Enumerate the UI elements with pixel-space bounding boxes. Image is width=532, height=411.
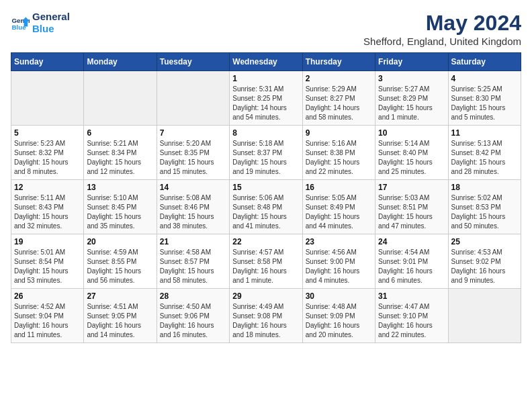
day-detail: Sunrise: 5:13 AM Sunset: 8:42 PM Dayligh… [451, 139, 518, 177]
day-number: 14 [160, 183, 226, 192]
week-row-1: 5Sunrise: 5:23 AM Sunset: 8:32 PM Daylig… [11, 126, 521, 180]
day-number: 18 [451, 183, 518, 192]
day-detail: Sunrise: 4:52 AM Sunset: 9:04 PM Dayligh… [14, 302, 81, 340]
cell-w4-d6 [448, 289, 521, 343]
day-header-saturday: Saturday [448, 53, 521, 71]
day-number: 4 [451, 74, 518, 83]
cell-w3-d3: 22Sunrise: 4:57 AM Sunset: 8:58 PM Dayli… [230, 234, 302, 289]
day-detail: Sunrise: 5:11 AM Sunset: 8:43 PM Dayligh… [14, 193, 81, 231]
cell-w2-d0: 12Sunrise: 5:11 AM Sunset: 8:43 PM Dayli… [11, 180, 84, 234]
cell-w4-d3: 29Sunrise: 4:49 AM Sunset: 9:08 PM Dayli… [230, 289, 302, 343]
cell-w0-d2 [157, 71, 229, 126]
day-detail: Sunrise: 4:53 AM Sunset: 9:02 PM Dayligh… [451, 248, 518, 285]
day-detail: Sunrise: 5:10 AM Sunset: 8:45 PM Dayligh… [87, 193, 153, 231]
day-detail: Sunrise: 5:31 AM Sunset: 8:25 PM Dayligh… [232, 85, 299, 122]
day-number: 20 [87, 237, 153, 246]
cell-w1-d3: 8Sunrise: 5:18 AM Sunset: 8:37 PM Daylig… [230, 126, 302, 180]
logo-icon: General Blue [11, 13, 30, 32]
day-number: 16 [306, 183, 372, 192]
cell-w4-d4: 30Sunrise: 4:48 AM Sunset: 9:09 PM Dayli… [302, 289, 375, 343]
day-number: 1 [232, 74, 299, 83]
day-detail: Sunrise: 4:56 AM Sunset: 9:00 PM Dayligh… [306, 248, 372, 285]
cell-w4-d0: 26Sunrise: 4:52 AM Sunset: 9:04 PM Dayli… [11, 289, 84, 343]
day-number: 15 [232, 183, 299, 192]
main-title: May 2024 [363, 11, 521, 36]
day-detail: Sunrise: 5:20 AM Sunset: 8:35 PM Dayligh… [160, 139, 226, 177]
day-number: 25 [451, 237, 518, 246]
week-row-0: 1Sunrise: 5:31 AM Sunset: 8:25 PM Daylig… [11, 71, 521, 126]
header: General Blue General Blue May 2024 Sheff… [11, 11, 521, 47]
day-number: 23 [306, 237, 372, 246]
cell-w3-d0: 19Sunrise: 5:01 AM Sunset: 8:54 PM Dayli… [11, 234, 84, 289]
day-detail: Sunrise: 5:16 AM Sunset: 8:38 PM Dayligh… [306, 139, 372, 177]
logo-line2: Blue [32, 23, 70, 35]
day-detail: Sunrise: 5:23 AM Sunset: 8:32 PM Dayligh… [14, 139, 81, 177]
cell-w4-d5: 31Sunrise: 4:47 AM Sunset: 9:10 PM Dayli… [375, 289, 448, 343]
day-number: 8 [232, 128, 299, 138]
day-number: 7 [160, 128, 226, 138]
cell-w0-d3: 1Sunrise: 5:31 AM Sunset: 8:25 PM Daylig… [230, 71, 302, 126]
day-detail: Sunrise: 5:08 AM Sunset: 8:46 PM Dayligh… [160, 193, 226, 231]
day-detail: Sunrise: 5:05 AM Sunset: 8:49 PM Dayligh… [306, 193, 372, 231]
week-row-3: 19Sunrise: 5:01 AM Sunset: 8:54 PM Dayli… [11, 234, 521, 289]
day-detail: Sunrise: 4:59 AM Sunset: 8:55 PM Dayligh… [87, 248, 153, 285]
cell-w1-d0: 5Sunrise: 5:23 AM Sunset: 8:32 PM Daylig… [11, 126, 84, 180]
day-number: 29 [232, 291, 299, 301]
cell-w1-d5: 10Sunrise: 5:14 AM Sunset: 8:40 PM Dayli… [375, 126, 448, 180]
day-header-wednesday: Wednesday [230, 53, 302, 71]
cell-w2-d5: 17Sunrise: 5:03 AM Sunset: 8:51 PM Dayli… [375, 180, 448, 234]
day-detail: Sunrise: 4:50 AM Sunset: 9:06 PM Dayligh… [160, 302, 226, 340]
day-number: 13 [87, 183, 153, 192]
day-detail: Sunrise: 5:14 AM Sunset: 8:40 PM Dayligh… [378, 139, 445, 177]
day-number: 17 [378, 183, 445, 192]
cell-w2-d6: 18Sunrise: 5:02 AM Sunset: 8:53 PM Dayli… [448, 180, 521, 234]
day-number: 2 [306, 74, 372, 83]
cell-w1-d4: 9Sunrise: 5:16 AM Sunset: 8:38 PM Daylig… [302, 126, 375, 180]
day-number: 24 [378, 237, 445, 246]
week-row-2: 12Sunrise: 5:11 AM Sunset: 8:43 PM Dayli… [11, 180, 521, 234]
day-detail: Sunrise: 4:58 AM Sunset: 8:57 PM Dayligh… [160, 248, 226, 285]
day-detail: Sunrise: 5:06 AM Sunset: 8:48 PM Dayligh… [232, 193, 299, 231]
day-detail: Sunrise: 4:51 AM Sunset: 9:05 PM Dayligh… [87, 302, 153, 340]
cell-w0-d5: 3Sunrise: 5:27 AM Sunset: 8:29 PM Daylig… [375, 71, 448, 126]
cell-w1-d1: 6Sunrise: 5:21 AM Sunset: 8:34 PM Daylig… [84, 126, 157, 180]
week-row-4: 26Sunrise: 4:52 AM Sunset: 9:04 PM Dayli… [11, 289, 521, 343]
day-header-monday: Monday [84, 53, 157, 71]
day-header-friday: Friday [375, 53, 448, 71]
day-header-thursday: Thursday [302, 53, 375, 71]
day-number: 9 [306, 128, 372, 138]
day-number: 26 [14, 291, 81, 301]
cell-w3-d1: 20Sunrise: 4:59 AM Sunset: 8:55 PM Dayli… [84, 234, 157, 289]
cell-w4-d2: 28Sunrise: 4:50 AM Sunset: 9:06 PM Dayli… [157, 289, 229, 343]
day-detail: Sunrise: 5:29 AM Sunset: 8:27 PM Dayligh… [306, 85, 372, 122]
day-number: 10 [378, 128, 445, 138]
day-number: 6 [87, 128, 153, 138]
cell-w2-d1: 13Sunrise: 5:10 AM Sunset: 8:45 PM Dayli… [84, 180, 157, 234]
cell-w0-d4: 2Sunrise: 5:29 AM Sunset: 8:27 PM Daylig… [302, 71, 375, 126]
day-detail: Sunrise: 5:01 AM Sunset: 8:54 PM Dayligh… [14, 248, 81, 285]
day-number: 19 [14, 237, 81, 246]
logo-line1: General [32, 11, 70, 23]
day-header-tuesday: Tuesday [157, 53, 229, 71]
cell-w2-d2: 14Sunrise: 5:08 AM Sunset: 8:46 PM Dayli… [157, 180, 229, 234]
cell-w0-d6: 4Sunrise: 5:25 AM Sunset: 8:30 PM Daylig… [448, 71, 521, 126]
cell-w0-d1 [84, 71, 157, 126]
day-number: 28 [160, 291, 226, 301]
day-detail: Sunrise: 5:02 AM Sunset: 8:53 PM Dayligh… [451, 193, 518, 231]
cell-w1-d2: 7Sunrise: 5:20 AM Sunset: 8:35 PM Daylig… [157, 126, 229, 180]
day-detail: Sunrise: 5:18 AM Sunset: 8:37 PM Dayligh… [232, 139, 299, 177]
day-number: 27 [87, 291, 153, 301]
title-area: May 2024 Shefford, England, United Kingd… [363, 11, 521, 47]
day-number: 30 [306, 291, 372, 301]
day-number: 31 [378, 291, 445, 301]
cell-w3-d4: 23Sunrise: 4:56 AM Sunset: 9:00 PM Dayli… [302, 234, 375, 289]
day-detail: Sunrise: 5:21 AM Sunset: 8:34 PM Dayligh… [87, 139, 153, 177]
cell-w2-d3: 15Sunrise: 5:06 AM Sunset: 8:48 PM Dayli… [230, 180, 302, 234]
cell-w1-d6: 11Sunrise: 5:13 AM Sunset: 8:42 PM Dayli… [448, 126, 521, 180]
day-detail: Sunrise: 4:49 AM Sunset: 9:08 PM Dayligh… [232, 302, 299, 340]
cell-w2-d4: 16Sunrise: 5:05 AM Sunset: 8:49 PM Dayli… [302, 180, 375, 234]
day-detail: Sunrise: 4:57 AM Sunset: 8:58 PM Dayligh… [232, 248, 299, 285]
cell-w4-d1: 27Sunrise: 4:51 AM Sunset: 9:05 PM Dayli… [84, 289, 157, 343]
day-header-sunday: Sunday [11, 53, 84, 71]
day-number: 3 [378, 74, 445, 83]
